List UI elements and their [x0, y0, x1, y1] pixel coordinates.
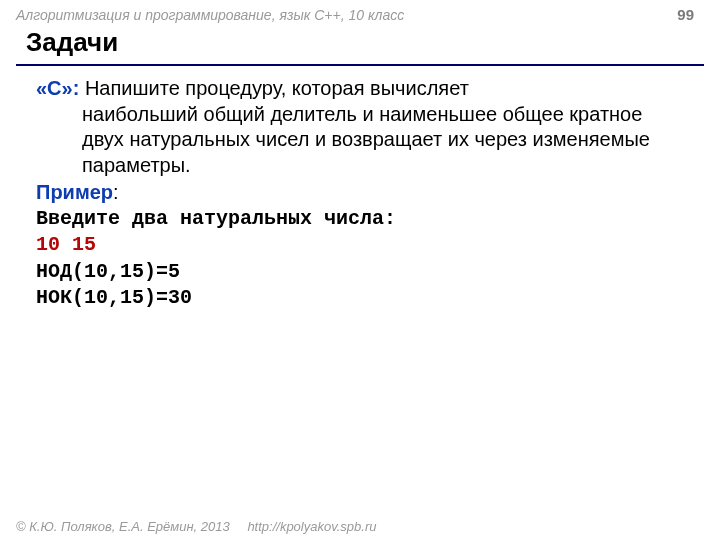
- task-text-rest: наибольший общий делитель и наименьшее о…: [36, 102, 688, 179]
- content-area: «C»: Напишите процедуру, которая вычисля…: [0, 76, 720, 312]
- slide: Алгоритмизация и программирование, язык …: [0, 0, 720, 540]
- course-name: Алгоритмизация и программирование, язык …: [16, 7, 404, 23]
- task-block: «C»: Напишите процедуру, которая вычисля…: [36, 76, 688, 178]
- task-text-first-line: Напишите процедуру, которая вычисляет: [79, 77, 468, 99]
- title-rule: [16, 64, 704, 66]
- example-output-1: НОД(10,15)=5: [36, 259, 688, 285]
- example-label: Пример: [36, 181, 113, 203]
- example-input: 10 15: [36, 232, 688, 258]
- example-colon: :: [113, 181, 119, 203]
- task-tag: «C»:: [36, 77, 79, 99]
- example-label-row: Пример:: [36, 180, 688, 206]
- example-output-2: НОК(10,15)=30: [36, 285, 688, 311]
- example-prompt: Введите два натуральных числа:: [36, 206, 688, 232]
- page-number: 99: [677, 6, 704, 23]
- header-bar: Алгоритмизация и программирование, язык …: [0, 0, 720, 25]
- footer-url: http://kpolyakov.spb.ru: [247, 519, 376, 534]
- footer-copyright: © К.Ю. Поляков, Е.А. Ерёмин, 2013: [16, 519, 230, 534]
- slide-title: Задачи: [0, 25, 720, 62]
- footer: © К.Ю. Поляков, Е.А. Ерёмин, 2013 http:/…: [0, 519, 720, 534]
